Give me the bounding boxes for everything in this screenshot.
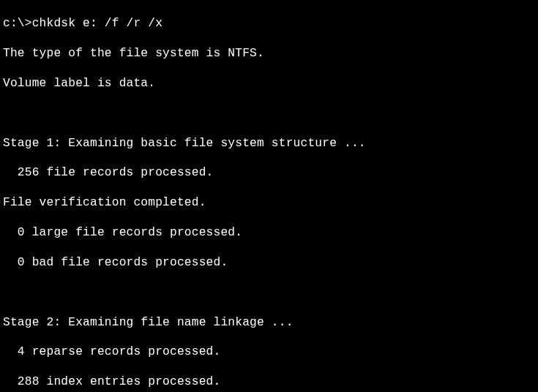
output-line: 4 reparse records processed. <box>3 344 535 359</box>
blank-line <box>3 285 535 300</box>
typed-command: chkdsk e: /f /r /x <box>32 17 162 30</box>
blank-line <box>3 106 535 121</box>
output-line: Volume label is data. <box>3 76 535 91</box>
output-line: 0 bad file records processed. <box>3 255 535 270</box>
stage-header: Stage 1: Examining basic file system str… <box>3 136 535 151</box>
terminal-output: c:\>chkdsk e: /f /r /x The type of the f… <box>0 0 538 392</box>
output-line: 288 index entries processed. <box>3 374 535 389</box>
output-line: The type of the file system is NTFS. <box>3 46 535 61</box>
output-line: File verification completed. <box>3 195 535 210</box>
output-line: 256 file records processed. <box>3 165 535 180</box>
stage-header: Stage 2: Examining file name linkage ... <box>3 315 535 330</box>
prompt: c:\> <box>3 17 32 30</box>
command-line[interactable]: c:\>chkdsk e: /f /r /x <box>3 16 535 31</box>
output-line: 0 large file records processed. <box>3 225 535 240</box>
